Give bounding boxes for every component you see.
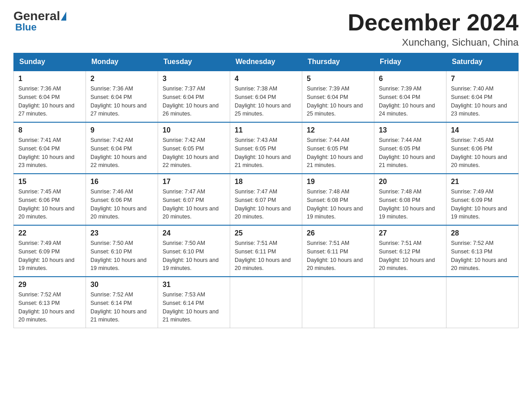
- calendar-cell: 20Sunrise: 7:48 AMSunset: 6:08 PMDayligh…: [374, 174, 446, 225]
- calendar-cell: 18Sunrise: 7:47 AMSunset: 6:07 PMDayligh…: [230, 174, 302, 225]
- day-info: Sunrise: 7:52 AMSunset: 6:14 PMDaylight:…: [90, 291, 153, 324]
- calendar-cell: 16Sunrise: 7:46 AMSunset: 6:06 PMDayligh…: [86, 174, 158, 225]
- day-info: Sunrise: 7:52 AMSunset: 6:13 PMDaylight:…: [451, 239, 514, 273]
- day-number: 21: [451, 178, 514, 186]
- day-info: Sunrise: 7:44 AMSunset: 6:05 PMDaylight:…: [379, 136, 442, 170]
- day-info: Sunrise: 7:36 AMSunset: 6:04 PMDaylight:…: [90, 85, 153, 118]
- calendar-cell: 6Sunrise: 7:39 AMSunset: 6:04 PMDaylight…: [374, 71, 446, 122]
- day-number: 29: [18, 281, 81, 289]
- day-info: Sunrise: 7:36 AMSunset: 6:04 PMDaylight:…: [18, 85, 81, 118]
- day-info: Sunrise: 7:39 AMSunset: 6:04 PMDaylight:…: [307, 85, 369, 118]
- calendar-cell: [374, 277, 446, 328]
- day-info: Sunrise: 7:51 AMSunset: 6:12 PMDaylight:…: [379, 239, 442, 273]
- day-number: 24: [163, 229, 225, 237]
- day-info: Sunrise: 7:48 AMSunset: 6:08 PMDaylight:…: [307, 188, 369, 221]
- day-info: Sunrise: 7:50 AMSunset: 6:10 PMDaylight:…: [90, 239, 153, 273]
- header-sunday: Sunday: [14, 53, 86, 71]
- week-row-5: 29Sunrise: 7:52 AMSunset: 6:13 PMDayligh…: [14, 277, 519, 328]
- calendar-cell: 9Sunrise: 7:42 AMSunset: 6:04 PMDaylight…: [86, 122, 158, 174]
- day-info: Sunrise: 7:42 AMSunset: 6:04 PMDaylight:…: [90, 136, 153, 170]
- day-number: 8: [18, 126, 81, 134]
- week-row-2: 8Sunrise: 7:41 AMSunset: 6:04 PMDaylight…: [14, 122, 519, 174]
- day-number: 10: [163, 126, 225, 134]
- day-info: Sunrise: 7:47 AMSunset: 6:07 PMDaylight:…: [163, 188, 225, 221]
- day-number: 4: [235, 75, 297, 83]
- day-number: 13: [379, 126, 442, 134]
- day-info: Sunrise: 7:43 AMSunset: 6:05 PMDaylight:…: [235, 136, 297, 170]
- calendar-cell: 26Sunrise: 7:51 AMSunset: 6:11 PMDayligh…: [302, 225, 374, 277]
- calendar-cell: 22Sunrise: 7:49 AMSunset: 6:09 PMDayligh…: [14, 225, 86, 277]
- day-number: 23: [90, 229, 153, 237]
- day-info: Sunrise: 7:52 AMSunset: 6:13 PMDaylight:…: [18, 291, 81, 324]
- day-number: 30: [90, 281, 153, 289]
- logo-blue-text: Blue: [15, 21, 37, 33]
- calendar-cell: 14Sunrise: 7:45 AMSunset: 6:06 PMDayligh…: [446, 122, 519, 174]
- day-number: 3: [163, 75, 225, 83]
- day-info: Sunrise: 7:37 AMSunset: 6:04 PMDaylight:…: [163, 85, 225, 118]
- calendar-cell: [446, 277, 519, 328]
- week-row-3: 15Sunrise: 7:45 AMSunset: 6:06 PMDayligh…: [14, 174, 519, 225]
- calendar-cell: 24Sunrise: 7:50 AMSunset: 6:10 PMDayligh…: [158, 225, 230, 277]
- day-info: Sunrise: 7:39 AMSunset: 6:04 PMDaylight:…: [379, 85, 442, 118]
- header-monday: Monday: [86, 53, 158, 71]
- page-header: General Blue December 2024 Xunchang, Sic…: [13, 9, 519, 48]
- calendar-header-row: SundayMondayTuesdayWednesdayThursdayFrid…: [14, 53, 519, 71]
- header-friday: Friday: [374, 53, 446, 71]
- calendar-cell: 5Sunrise: 7:39 AMSunset: 6:04 PMDaylight…: [302, 71, 374, 122]
- calendar-cell: 28Sunrise: 7:52 AMSunset: 6:13 PMDayligh…: [446, 225, 519, 277]
- logo-triangle-icon: [61, 12, 66, 21]
- day-number: 7: [451, 75, 514, 83]
- calendar-cell: 15Sunrise: 7:45 AMSunset: 6:06 PMDayligh…: [14, 174, 86, 225]
- month-title: December 2024: [348, 9, 519, 36]
- day-number: 14: [451, 126, 514, 134]
- calendar-cell: 2Sunrise: 7:36 AMSunset: 6:04 PMDaylight…: [86, 71, 158, 122]
- day-number: 12: [307, 126, 369, 134]
- day-number: 19: [307, 178, 369, 186]
- day-number: 31: [163, 281, 225, 289]
- calendar-cell: 21Sunrise: 7:49 AMSunset: 6:09 PMDayligh…: [446, 174, 519, 225]
- calendar-cell: 27Sunrise: 7:51 AMSunset: 6:12 PMDayligh…: [374, 225, 446, 277]
- day-info: Sunrise: 7:45 AMSunset: 6:06 PMDaylight:…: [451, 136, 514, 170]
- day-number: 27: [379, 229, 442, 237]
- day-info: Sunrise: 7:47 AMSunset: 6:07 PMDaylight:…: [235, 188, 297, 221]
- logo: General Blue: [13, 9, 67, 33]
- day-number: 26: [307, 229, 369, 237]
- day-info: Sunrise: 7:53 AMSunset: 6:14 PMDaylight:…: [163, 291, 225, 324]
- day-info: Sunrise: 7:49 AMSunset: 6:09 PMDaylight:…: [18, 239, 81, 273]
- calendar-cell: 7Sunrise: 7:40 AMSunset: 6:04 PMDaylight…: [446, 71, 519, 122]
- day-number: 1: [18, 75, 81, 83]
- header-thursday: Thursday: [302, 53, 374, 71]
- calendar-cell: 4Sunrise: 7:38 AMSunset: 6:04 PMDaylight…: [230, 71, 302, 122]
- day-number: 16: [90, 178, 153, 186]
- location-title: Xunchang, Sichuan, China: [348, 37, 519, 48]
- calendar-cell: 1Sunrise: 7:36 AMSunset: 6:04 PMDaylight…: [14, 71, 86, 122]
- day-info: Sunrise: 7:48 AMSunset: 6:08 PMDaylight:…: [379, 188, 442, 221]
- day-info: Sunrise: 7:46 AMSunset: 6:06 PMDaylight:…: [90, 188, 153, 221]
- day-info: Sunrise: 7:42 AMSunset: 6:05 PMDaylight:…: [163, 136, 225, 170]
- calendar-cell: 23Sunrise: 7:50 AMSunset: 6:10 PMDayligh…: [86, 225, 158, 277]
- title-block: December 2024 Xunchang, Sichuan, China: [348, 9, 519, 48]
- day-number: 20: [379, 178, 442, 186]
- day-info: Sunrise: 7:51 AMSunset: 6:11 PMDaylight:…: [307, 239, 369, 273]
- calendar-cell: 17Sunrise: 7:47 AMSunset: 6:07 PMDayligh…: [158, 174, 230, 225]
- calendar-cell: [230, 277, 302, 328]
- day-number: 11: [235, 126, 297, 134]
- week-row-1: 1Sunrise: 7:36 AMSunset: 6:04 PMDaylight…: [14, 71, 519, 122]
- day-info: Sunrise: 7:41 AMSunset: 6:04 PMDaylight:…: [18, 136, 81, 170]
- day-info: Sunrise: 7:40 AMSunset: 6:04 PMDaylight:…: [451, 85, 514, 118]
- day-number: 17: [163, 178, 225, 186]
- day-info: Sunrise: 7:51 AMSunset: 6:11 PMDaylight:…: [235, 239, 297, 273]
- calendar-cell: 30Sunrise: 7:52 AMSunset: 6:14 PMDayligh…: [86, 277, 158, 328]
- header-wednesday: Wednesday: [230, 53, 302, 71]
- day-number: 9: [90, 126, 153, 134]
- day-number: 2: [90, 75, 153, 83]
- day-info: Sunrise: 7:50 AMSunset: 6:10 PMDaylight:…: [163, 239, 225, 273]
- calendar-cell: 29Sunrise: 7:52 AMSunset: 6:13 PMDayligh…: [14, 277, 86, 328]
- day-number: 22: [18, 229, 81, 237]
- day-info: Sunrise: 7:45 AMSunset: 6:06 PMDaylight:…: [18, 188, 81, 221]
- calendar-table: SundayMondayTuesdayWednesdayThursdayFrid…: [13, 53, 519, 328]
- header-tuesday: Tuesday: [158, 53, 230, 71]
- day-number: 15: [18, 178, 81, 186]
- calendar-cell: 19Sunrise: 7:48 AMSunset: 6:08 PMDayligh…: [302, 174, 374, 225]
- calendar-cell: 31Sunrise: 7:53 AMSunset: 6:14 PMDayligh…: [158, 277, 230, 328]
